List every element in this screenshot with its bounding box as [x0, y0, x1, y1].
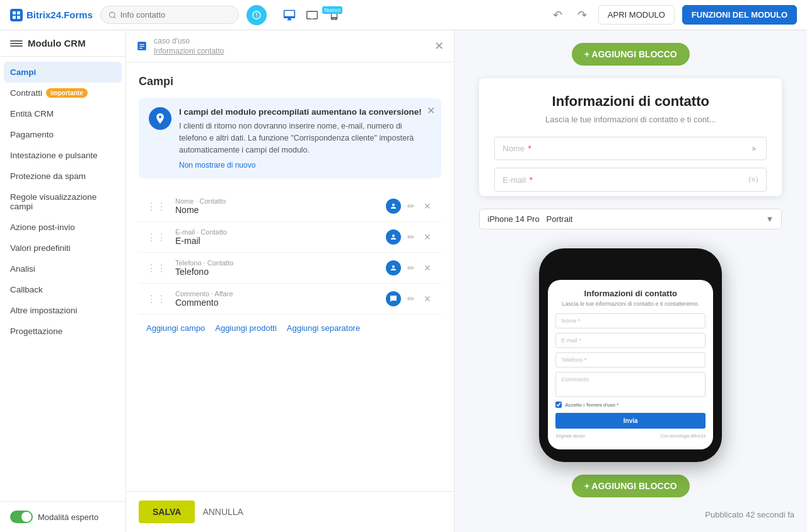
center-body: Campi I campi del modulo precompilati au…	[126, 62, 454, 491]
svg-rect-1	[17, 11, 20, 14]
app-logo: Bitrix24.Forms	[10, 9, 93, 21]
svg-rect-7	[139, 46, 144, 47]
sidebar-item-valori-predefiniti[interactable]: Valori predefiniti	[0, 238, 125, 258]
svg-rect-2	[13, 16, 16, 19]
field-info-nome: Nome · Contatto Nome	[175, 197, 380, 215]
iphone-checkbox[interactable]: Accetto i Termini d'uso *	[555, 402, 705, 408]
iphone-submit-button[interactable]: Invia	[555, 413, 705, 429]
sidebar-item-altre-impostazioni[interactable]: Altre impostazioni	[0, 300, 125, 321]
sidebar-item-campi[interactable]: Campi	[4, 62, 122, 83]
sidebar-item-analisi[interactable]: Analisi	[0, 258, 125, 279]
iphone-form-subtitle: Lascia le tue informazioni di contatto e…	[548, 301, 713, 313]
logo-icon	[10, 9, 23, 21]
edit-field-telefono-button[interactable]: ✏	[405, 262, 417, 274]
banner-title: I campi del modulo precompilati aumentan…	[179, 107, 431, 117]
tablet-device-btn[interactable]	[302, 5, 322, 25]
sidebar-item-intestazione[interactable]: Intestazione e pulsante	[0, 145, 125, 166]
edit-field-nome-button[interactable]: ✏	[405, 200, 417, 212]
field-person-icon-nome	[386, 199, 401, 214]
delete-field-email-button[interactable]: ✕	[421, 231, 434, 243]
delete-field-nome-button[interactable]: ✕	[421, 200, 434, 212]
add-separator-link[interactable]: Aggiungi separatore	[287, 323, 360, 333]
iphone-form-body: Nome * E-mail * Telefono * Commento Acce…	[548, 313, 713, 449]
device-select-dropdown[interactable]: iPhone 14 Pro Portrait ▼	[479, 209, 782, 229]
sidebar-item-protezione-spam[interactable]: Protezione da spam	[0, 166, 125, 187]
desktop-device-btn[interactable]	[279, 5, 299, 25]
field-row-commento: ⋮⋮ Commento · Affare Commento ✏ ✕	[139, 284, 441, 315]
field-info-commento: Commento · Affare Commento	[175, 290, 380, 308]
edit-field-email-button[interactable]: ✏	[405, 231, 417, 243]
drag-handle-nome[interactable]: ⋮⋮	[146, 200, 166, 212]
sidebar-item-pagamento[interactable]: Pagamento	[0, 124, 125, 145]
breadcrumb-link[interactable]: Informazioni contatto	[154, 47, 224, 55]
expert-mode-toggle[interactable]	[10, 511, 33, 523]
sidebar-item-entita-crm[interactable]: Entità CRM	[0, 103, 125, 124]
field-label-nome: Nome	[175, 205, 380, 215]
field-add-row: Aggiungi campo Aggiungi prodotti Aggiung…	[139, 315, 441, 342]
search-box[interactable]	[100, 6, 239, 24]
sidebar-header: Modulo CRM	[0, 30, 125, 57]
field-actions-nome: ✏ ✕	[386, 199, 434, 214]
preview-field-nome: Nome *	[494, 137, 767, 160]
field-category-nome: Nome · Contatto	[175, 197, 380, 205]
iphone-terms-checkbox[interactable]	[555, 402, 562, 408]
iphone-frame: Informazioni di contatto Lascia le tue i…	[539, 248, 722, 462]
topbar: Bitrix24.Forms Nuovo ↶ ↷ APRI MODULO FUN…	[0, 0, 807, 30]
field-row-nome: ⋮⋮ Nome · Contatto Nome ✏ ✕	[139, 191, 441, 222]
info-banner: I campi del modulo precompilati aumentan…	[139, 98, 441, 178]
center-header: caso d'uso Informazioni contatto ✕	[126, 30, 454, 62]
add-block-bottom-button[interactable]: + AGGIUNGI BLOCCO	[572, 475, 690, 497]
field-label-commento: Commento	[175, 298, 380, 308]
svg-rect-6	[139, 44, 144, 45]
redo-button[interactable]: ↷	[574, 4, 591, 26]
iphone-field-telefono: Telefono *	[555, 352, 705, 367]
add-products-link[interactable]: Aggiungi prodotti	[215, 323, 277, 333]
chevron-down-icon: ▼	[765, 214, 774, 224]
banner-body: I clienti di ritorno non dovranno inseri…	[179, 120, 431, 156]
field-category-commento: Commento · Affare	[175, 290, 380, 298]
sidebar-item-regole-visualizzazione[interactable]: Regole visualizzazione campi	[0, 187, 125, 217]
iphone-field-email: E-mail *	[555, 333, 705, 348]
banner-text: I campi del modulo precompilati aumentan…	[179, 107, 431, 170]
field-person-icon-telefono	[386, 260, 401, 275]
svg-rect-3	[17, 16, 20, 19]
delete-field-telefono-button[interactable]: ✕	[421, 262, 434, 274]
sidebar-item-contratti[interactable]: Contratti importante	[0, 83, 125, 103]
field-category-telefono: Telefono · Contatto	[175, 259, 380, 267]
field-info-telefono: Telefono · Contatto Telefono	[175, 259, 380, 277]
menu-icon	[10, 39, 23, 48]
banner-close-button[interactable]: ✕	[427, 105, 435, 117]
important-badge: importante	[46, 88, 88, 98]
drag-handle-telefono[interactable]: ⋮⋮	[146, 262, 166, 274]
field-info-email: E-mail · Contatto E-mail	[175, 228, 380, 246]
sidebar-item-progettazione[interactable]: Progettazione	[0, 321, 125, 342]
breadcrumb-prefix: caso d'uso	[154, 37, 224, 45]
undo-button[interactable]: ↶	[549, 4, 566, 26]
save-button[interactable]: SALVA	[139, 500, 195, 523]
iphone-report-abuse: Segnala abuso	[555, 434, 585, 438]
form-icon	[136, 40, 148, 52]
field-actions-commento: ✏ ✕	[386, 291, 434, 306]
add-field-link[interactable]: Aggiungi campo	[146, 323, 205, 333]
drag-handle-commento[interactable]: ⋮⋮	[146, 293, 166, 305]
edit-field-commento-button[interactable]: ✏	[405, 292, 417, 305]
svg-rect-8	[139, 48, 142, 49]
sidebar-item-azione-post-invio[interactable]: Azione post-invio	[0, 217, 125, 238]
field-label-email: E-mail	[175, 236, 380, 246]
module-functions-button[interactable]: FUNZIONI DEL MODULO	[682, 5, 797, 25]
sidebar-item-callback[interactable]: Callback	[0, 279, 125, 300]
app-title: Bitrix24.Forms	[26, 9, 93, 20]
cancel-button[interactable]: ANNULLA	[202, 507, 243, 517]
notification-icon[interactable]	[247, 5, 267, 25]
add-block-top-button[interactable]: + AGGIUNGI BLOCCO	[572, 43, 690, 66]
close-button[interactable]: ✕	[434, 39, 444, 53]
field-category-email: E-mail · Contatto	[175, 228, 380, 236]
banner-dismiss-link[interactable]: Non mostrare di nuovo	[179, 161, 255, 170]
preview-panel: + AGGIUNGI BLOCCO Informazioni di contat…	[455, 30, 808, 532]
open-module-button[interactable]: APRI MODULO	[598, 5, 675, 25]
mobile-device-btn[interactable]: Nuovo	[325, 5, 344, 25]
search-input[interactable]	[120, 10, 231, 20]
delete-field-commento-button[interactable]: ✕	[421, 292, 434, 305]
sidebar-footer: Modalità esperto	[0, 501, 125, 532]
drag-handle-email[interactable]: ⋮⋮	[146, 231, 166, 243]
